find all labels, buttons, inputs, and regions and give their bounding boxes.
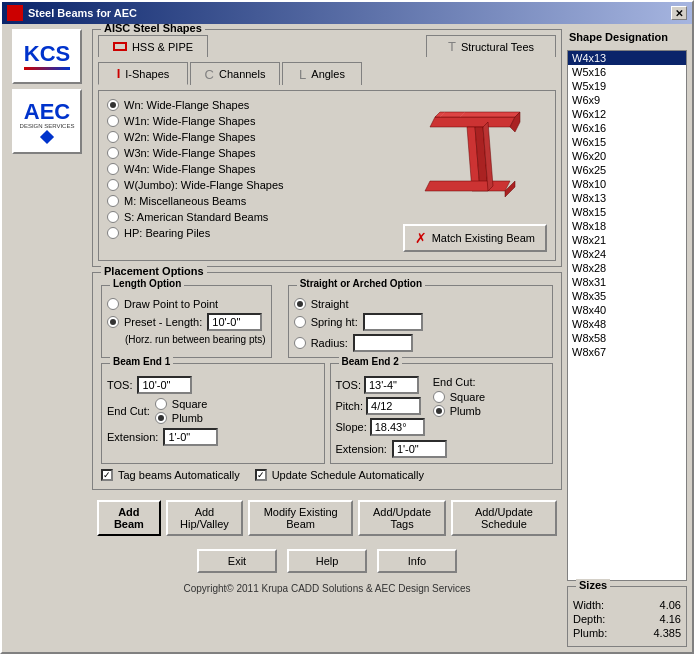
shape-item-W8x15[interactable]: W8x15	[568, 205, 686, 219]
shape-item-W8x48[interactable]: W8x48	[568, 317, 686, 331]
tos1-input[interactable]	[137, 376, 192, 394]
aisc-label: AISC Steel Shapes	[101, 24, 205, 34]
radio-hp[interactable]: HP: Bearing Piles	[107, 227, 398, 239]
close-button[interactable]: ✕	[671, 6, 687, 20]
copyright: Copyright© 2011 Krupa CADD Solutions & A…	[92, 581, 562, 596]
shape-item-W6x25[interactable]: W6x25	[568, 163, 686, 177]
radio-end2-square[interactable]: Square	[433, 391, 485, 403]
radio-end1-plumb[interactable]: Plumb	[155, 412, 207, 424]
radio-preset-btn[interactable]	[107, 316, 119, 328]
radio-s[interactable]: S: American Standard Beams	[107, 211, 398, 223]
beam-end-1-group: Beam End 1 TOS: End Cut: Square	[101, 363, 325, 464]
shape-item-W8x40[interactable]: W8x40	[568, 303, 686, 317]
help-button[interactable]: Help	[287, 549, 367, 573]
radio-preset[interactable]: Preset - Length:	[107, 313, 266, 331]
radio-straight[interactable]: Straight	[294, 298, 547, 310]
radio-w4n[interactable]: W4n: Wide-Flange Shapes	[107, 163, 398, 175]
ibeam-svg	[420, 109, 530, 209]
radio-wjumbo[interactable]: W(Jumbo): Wide-Flange Shapes	[107, 179, 398, 191]
add-hip-button[interactable]: Add Hip/Valley	[166, 500, 243, 536]
modify-button[interactable]: Modify Existing Beam	[248, 500, 353, 536]
shape-item-W6x9[interactable]: W6x9	[568, 93, 686, 107]
add-beam-button[interactable]: Add Beam	[97, 500, 161, 536]
radio-w3n-btn[interactable]	[107, 147, 119, 159]
radio-wn-btn[interactable]	[107, 99, 119, 111]
shape-item-W4x13[interactable]: W4x13	[568, 51, 686, 65]
exit-button[interactable]: Exit	[197, 549, 277, 573]
update-schedule-checkbox[interactable]	[255, 469, 267, 481]
radio-draw-point[interactable]: Draw Point to Point	[107, 298, 266, 310]
radio-w2n-btn[interactable]	[107, 131, 119, 143]
tab-angles[interactable]: L Angles	[282, 62, 362, 85]
sizes-group: Sizes Width: 4.06 Depth: 4.16 Plumb: 4.3…	[567, 586, 687, 647]
radio-wjumbo-btn[interactable]	[107, 179, 119, 191]
radio-m-btn[interactable]	[107, 195, 119, 207]
shape-item-W8x21[interactable]: W8x21	[568, 233, 686, 247]
shape-item-W6x12[interactable]: W6x12	[568, 107, 686, 121]
slope-input[interactable]	[370, 418, 425, 436]
ext2-input[interactable]	[392, 440, 447, 458]
shape-item-W6x20[interactable]: W6x20	[568, 149, 686, 163]
shape-item-W8x13[interactable]: W8x13	[568, 191, 686, 205]
shape-item-W8x35[interactable]: W8x35	[568, 289, 686, 303]
beam-ends-row: Beam End 1 TOS: End Cut: Square	[101, 363, 553, 464]
radio-end2-plumb[interactable]: Plumb	[433, 405, 485, 417]
radio-radius-btn[interactable]	[294, 337, 306, 349]
placement-group: Placement Options Length Option Draw Poi…	[92, 272, 562, 490]
content-area: KCS AEC DESIGN SERVICES AISC Steel Shape…	[2, 24, 692, 652]
tab-i-shapes[interactable]: I I-Shapes	[98, 62, 188, 85]
radio-end1-square[interactable]: Square	[155, 398, 207, 410]
tos2-input[interactable]	[364, 376, 419, 394]
update-schedule-row[interactable]: Update Schedule Automatically	[255, 469, 424, 481]
shape-item-W8x18[interactable]: W8x18	[568, 219, 686, 233]
spring-ht-input[interactable]	[363, 313, 423, 331]
radio-straight-btn[interactable]	[294, 298, 306, 310]
tab-channels[interactable]: C Channels	[190, 62, 280, 85]
preset-note: (Horz. run between bearing pts)	[107, 334, 266, 345]
radio-m[interactable]: M: Miscellaneous Beams	[107, 195, 398, 207]
shape-item-W6x15[interactable]: W6x15	[568, 135, 686, 149]
tag-beams-checkbox[interactable]	[101, 469, 113, 481]
ext1-input[interactable]	[163, 428, 218, 446]
tab-tees[interactable]: T Structural Tees	[426, 35, 556, 57]
tag-beams-row[interactable]: Tag beams Automatically	[101, 469, 240, 481]
preset-length-input[interactable]	[207, 313, 262, 331]
radio-w1n[interactable]: W1n: Wide-Flange Shapes	[107, 115, 398, 127]
radio-draw-btn[interactable]	[107, 298, 119, 310]
tab-hss[interactable]: HSS & PIPE	[98, 35, 208, 57]
pitch-input[interactable]	[366, 397, 421, 415]
shape-list[interactable]: W4x13W5x16W5x19W6x9W6x12W6x16W6x15W6x20W…	[568, 51, 686, 580]
bottom-buttons: Add Beam Add Hip/Valley Modify Existing …	[92, 495, 562, 541]
match-beam-button[interactable]: ✗ Match Existing Beam	[403, 224, 547, 252]
radio-end2-plumb-btn[interactable]	[433, 405, 445, 417]
shape-item-W8x67[interactable]: W8x67	[568, 345, 686, 359]
shape-item-W5x19[interactable]: W5x19	[568, 79, 686, 93]
radius-input[interactable]	[353, 334, 413, 352]
aec-logo: AEC DESIGN SERVICES	[12, 89, 82, 154]
shape-item-W8x58[interactable]: W8x58	[568, 331, 686, 345]
shape-item-W8x31[interactable]: W8x31	[568, 275, 686, 289]
add-schedule-button[interactable]: Add/Update Schedule	[451, 500, 557, 536]
radio-w3n[interactable]: W3n: Wide-Flange Shapes	[107, 147, 398, 159]
radio-hp-btn[interactable]	[107, 227, 119, 239]
radio-w4n-btn[interactable]	[107, 163, 119, 175]
radio-radius[interactable]: Radius:	[294, 334, 547, 352]
radio-end1-square-btn[interactable]	[155, 398, 167, 410]
shape-item-W5x16[interactable]: W5x16	[568, 65, 686, 79]
shape-item-W6x16[interactable]: W6x16	[568, 121, 686, 135]
radio-end1-plumb-btn[interactable]	[155, 412, 167, 424]
shape-item-W8x10[interactable]: W8x10	[568, 177, 686, 191]
radio-end2-square-btn[interactable]	[433, 391, 445, 403]
radio-w1n-btn[interactable]	[107, 115, 119, 127]
straight-arched-label: Straight or Arched Option	[297, 278, 425, 289]
shape-item-W8x24[interactable]: W8x24	[568, 247, 686, 261]
add-tags-button[interactable]: Add/Update Tags	[358, 500, 446, 536]
radio-wn[interactable]: Wn: Wide-Flange Shapes	[107, 99, 398, 111]
shape-item-W8x28[interactable]: W8x28	[568, 261, 686, 275]
radio-spring-btn[interactable]	[294, 316, 306, 328]
radio-spring-ht[interactable]: Spring ht:	[294, 313, 547, 331]
window-title: Steel Beams for AEC	[28, 7, 137, 19]
radio-s-btn[interactable]	[107, 211, 119, 223]
info-button[interactable]: Info	[377, 549, 457, 573]
radio-w2n[interactable]: W2n: Wide-Flange Shapes	[107, 131, 398, 143]
